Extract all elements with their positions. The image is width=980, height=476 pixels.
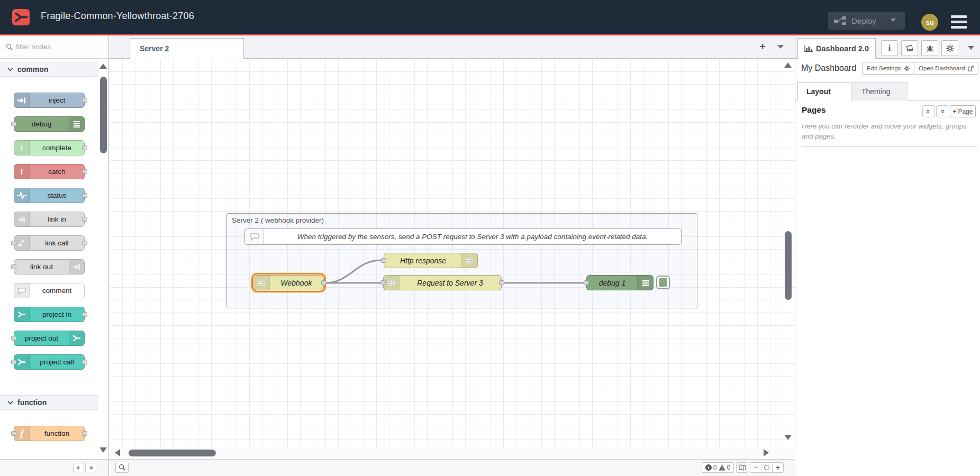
- zoom-reset-icon: [764, 465, 769, 470]
- zoom-out-button[interactable]: −: [750, 462, 761, 473]
- palette-node-status[interactable]: status: [14, 188, 85, 203]
- palette-category-function[interactable]: function: [0, 395, 98, 410]
- palette-node-debug[interactable]: debug: [14, 116, 85, 132]
- output-port[interactable]: [499, 280, 504, 285]
- palette-category-common[interactable]: common: [0, 62, 98, 77]
- list-icon: [69, 117, 84, 131]
- deploy-caret-icon[interactable]: [891, 19, 896, 22]
- node-red-editor: Fragile-Common-Yellowthroat-2706 Deploy …: [0, 0, 980, 476]
- comment-text: When triggered by the sensors, send a PO…: [264, 233, 681, 241]
- palette-node-complete[interactable]: ! complete: [14, 140, 85, 155]
- tab-layout[interactable]: Layout: [797, 82, 851, 100]
- flow-grid[interactable]: Server 2 ( webhook provider) When trigge…: [110, 59, 795, 447]
- info-tab-button[interactable]: i: [881, 40, 898, 56]
- settings-tab-button[interactable]: [941, 40, 958, 56]
- project-icon: [14, 307, 30, 322]
- add-flow-button[interactable]: +: [755, 40, 770, 54]
- input-port: [11, 360, 16, 364]
- help-tab-button[interactable]: [901, 40, 918, 56]
- user-avatar[interactable]: su: [921, 14, 938, 31]
- palette-node-catch[interactable]: ! catch: [14, 164, 85, 179]
- pulse-icon: [14, 188, 30, 203]
- inject-icon: [14, 93, 30, 107]
- palette-scrollbar-thumb[interactable]: [100, 77, 107, 153]
- palette-filter-input[interactable]: filter nodes: [0, 35, 108, 59]
- canvas-scroll-right-arrow[interactable]: [764, 449, 769, 456]
- deploy-button[interactable]: Deploy: [828, 12, 905, 30]
- input-port: [11, 241, 16, 245]
- canvas-scroll-down-arrow[interactable]: [784, 435, 792, 440]
- input-port: [11, 431, 16, 436]
- zoom-in-button[interactable]: +: [772, 462, 784, 473]
- tab-server-2[interactable]: Server 2: [130, 38, 244, 59]
- project-icon: [69, 331, 84, 345]
- canvas-scroll-left-arrow[interactable]: [115, 449, 120, 456]
- project-icon: [14, 355, 30, 369]
- main-menu-button[interactable]: [951, 15, 967, 29]
- edit-settings-label: Edit Settings: [867, 65, 901, 71]
- tab-theming[interactable]: Theming: [852, 82, 908, 100]
- debug-enable-toggle[interactable]: [656, 276, 670, 289]
- flow-node-http-response[interactable]: Http response: [384, 253, 478, 268]
- globe-icon: [254, 276, 270, 290]
- comment-node[interactable]: When triggered by the sensors, send a PO…: [244, 228, 682, 245]
- palette-collapse-all-button[interactable]: «: [73, 463, 84, 472]
- zoom-reset-button[interactable]: [761, 462, 773, 473]
- navigator-button[interactable]: [736, 462, 748, 473]
- palette-node-comment[interactable]: comment: [14, 283, 85, 298]
- palette-node-link-call[interactable]: link call: [14, 235, 85, 251]
- warning-count: 0: [727, 464, 731, 471]
- palette-node-link-in[interactable]: link in: [14, 212, 85, 227]
- palette-list: common inject debug! complete! catch sta…: [0, 59, 98, 447]
- palette-node-project-out[interactable]: project out: [14, 331, 85, 346]
- sidebar-tabs-caret-icon[interactable]: [968, 46, 974, 50]
- input-port[interactable]: [584, 280, 589, 285]
- bar-chart-icon: [804, 45, 813, 52]
- notification-counts[interactable]: i 0 0: [702, 462, 734, 473]
- palette-scroll-down-arrow[interactable]: [99, 447, 107, 453]
- function-icon: f: [14, 426, 30, 441]
- input-port[interactable]: [381, 258, 386, 263]
- palette-node-inject[interactable]: inject: [14, 93, 85, 108]
- palette-scroll-up-arrow[interactable]: [99, 63, 107, 69]
- debug-tab-button[interactable]: [921, 40, 938, 56]
- pages-header-row: Pages « « + Page: [795, 100, 980, 123]
- page-move-up-button[interactable]: «: [922, 105, 934, 117]
- bubble-icon: [14, 283, 30, 298]
- palette-footer: « «: [0, 460, 109, 476]
- edit-settings-button[interactable]: Edit Settings: [862, 62, 914, 75]
- open-dashboard-button[interactable]: Open Dashboard: [914, 62, 978, 75]
- flow-node-debug-1[interactable]: debug 1: [586, 275, 654, 290]
- canvas-vscrollbar-thumb[interactable]: [785, 231, 792, 300]
- page-move-down-button[interactable]: «: [936, 105, 948, 117]
- flow-list-caret-icon[interactable]: [777, 45, 784, 49]
- output-port[interactable]: [321, 280, 326, 285]
- output-port: [82, 312, 87, 317]
- tab-dashboard-2[interactable]: Dashboard 2.0: [797, 38, 876, 59]
- palette-expand-all-button[interactable]: «: [85, 463, 96, 472]
- search-flows-button[interactable]: [115, 462, 129, 473]
- palette-node-function[interactable]: f function: [14, 426, 85, 441]
- flow-node-request-to-server3[interactable]: Request to Server 3: [383, 275, 502, 290]
- canvas-scroll-up-arrow[interactable]: [784, 62, 792, 68]
- sidebar-panel: Dashboard 2.0 i: [795, 35, 980, 476]
- palette-node-link-out[interactable]: link out: [14, 259, 85, 274]
- flow-node-webhook[interactable]: Webhook: [253, 275, 324, 290]
- exclamation-icon: !: [14, 164, 30, 179]
- open-dashboard-label: Open Dashboard: [919, 65, 965, 71]
- dashboard-subtabs: Layout Theming: [795, 78, 980, 100]
- link-call-icon: [14, 236, 30, 250]
- canvas-hscrollbar-thumb[interactable]: [129, 450, 216, 456]
- wire[interactable]: [325, 260, 381, 283]
- search-icon: [6, 43, 13, 50]
- workspace-canvas: Server 2 + Server 2 ( webhook provider) …: [110, 35, 795, 459]
- deploy-label: Deploy: [851, 16, 876, 25]
- input-port[interactable]: [380, 280, 386, 285]
- palette-node-project-in[interactable]: project in: [14, 307, 85, 322]
- add-page-label: Page: [958, 108, 973, 115]
- workspace-tabbar: Server 2 +: [110, 35, 795, 59]
- palette-node-project-call[interactable]: project call: [14, 354, 85, 370]
- add-page-button[interactable]: + Page: [950, 105, 976, 117]
- ghost-arrow-icon: [69, 260, 84, 274]
- ghost-arrow-icon: [14, 212, 30, 226]
